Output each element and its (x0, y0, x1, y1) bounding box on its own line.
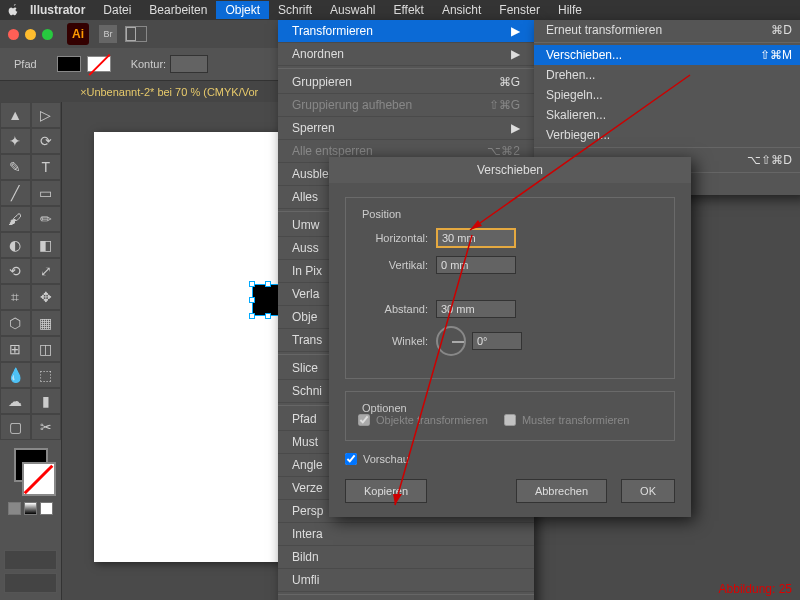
menu-fenster[interactable]: Fenster (490, 3, 549, 17)
rotate-tool[interactable]: ⟲ (0, 258, 31, 284)
graph-tool[interactable]: ▮ (31, 388, 62, 414)
eyedropper-tool[interactable]: 💧 (0, 362, 31, 388)
kontur-label: Kontur: (131, 58, 166, 70)
menu-effekt[interactable]: Effekt (384, 3, 432, 17)
menu-item[interactable]: Intera (278, 523, 534, 546)
handle-l[interactable] (249, 297, 255, 303)
pen-tool[interactable]: ✎ (0, 154, 31, 180)
mesh-tool[interactable]: ⊞ (0, 336, 31, 362)
submenu-item[interactable]: Erneut transformieren⌘D (534, 20, 800, 40)
handle-b[interactable] (265, 313, 271, 319)
mini-color[interactable] (8, 502, 21, 515)
abstand-input[interactable] (436, 300, 516, 318)
abstand-label: Abstand: (358, 303, 436, 315)
verschieben-dialog: Verschieben Position Horizontal: Vertika… (329, 157, 691, 517)
app-name: Illustrator (30, 3, 94, 17)
horizontal-label: Horizontal: (358, 232, 436, 244)
vertikal-label: Vertikal: (358, 259, 436, 271)
blend-tool[interactable]: ⬚ (31, 362, 62, 388)
submenu-item[interactable]: Spiegeln... (534, 85, 800, 105)
abbrechen-button[interactable]: Abbrechen (516, 479, 607, 503)
pencil-tool[interactable]: ✏ (31, 206, 62, 232)
brush-tool[interactable]: 🖌 (0, 206, 31, 232)
figure-caption: Abbildung: 25 (719, 582, 792, 596)
arrange-icon[interactable] (125, 26, 147, 42)
color-swatches (0, 444, 61, 519)
direct-select-tool[interactable]: ▷ (31, 102, 62, 128)
app-icon: Ai (67, 23, 89, 45)
menu-item[interactable]: Gruppierung aufheben⇧⌘G (278, 94, 534, 117)
menu-item[interactable]: Anordnen▶ (278, 43, 534, 66)
menu-bearbeiten[interactable]: Bearbeiten (140, 3, 216, 17)
menu-objekt[interactable]: Objekt (216, 1, 269, 19)
menu-schrift[interactable]: Schrift (269, 3, 321, 17)
draw-modes (0, 546, 61, 600)
blob-tool[interactable]: ◐ (0, 232, 31, 258)
menu-item[interactable]: Transformieren▶ (278, 20, 534, 43)
mustertrans-checkbox (504, 414, 516, 426)
menu-hilfe[interactable]: Hilfe (549, 3, 591, 17)
stroke-weight[interactable] (170, 55, 208, 73)
position-legend: Position (358, 208, 405, 220)
menu-item[interactable]: Bildn (278, 546, 534, 569)
artboard-tool[interactable]: ▢ (0, 414, 31, 440)
ok-button[interactable]: OK (621, 479, 675, 503)
eraser-tool[interactable]: ◧ (31, 232, 62, 258)
stroke-color[interactable] (22, 462, 56, 496)
line-tool[interactable]: ╱ (0, 180, 31, 206)
menu-item[interactable]: Gruppieren⌘G (278, 71, 534, 94)
menu-item[interactable]: Umfli (278, 569, 534, 592)
menu-item[interactable]: Sperren▶ (278, 117, 534, 140)
mustertrans-label: Muster transformieren (522, 414, 630, 426)
mini-gradient[interactable] (24, 502, 37, 515)
submenu-item[interactable]: Drehen... (534, 65, 800, 85)
winkel-input[interactable] (472, 332, 522, 350)
vorschau-label: Vorschau (363, 453, 409, 465)
mini-none[interactable] (40, 502, 53, 515)
handle-bl[interactable] (249, 313, 255, 319)
handle-tl[interactable] (249, 281, 255, 287)
symbol-tool[interactable]: ☁ (0, 388, 31, 414)
width-tool[interactable]: ⌗ (0, 284, 31, 310)
slice-tool[interactable]: ✂ (31, 414, 62, 440)
zoom-window[interactable] (42, 29, 53, 40)
submenu-item[interactable]: Verschieben...⇧⌘M (534, 45, 800, 65)
free-transform[interactable]: ✥ (31, 284, 62, 310)
minimize-window[interactable] (25, 29, 36, 40)
bridge-icon[interactable]: Br (99, 25, 117, 43)
kopieren-button[interactable]: Kopieren (345, 479, 427, 503)
optionen-legend: Optionen (358, 402, 411, 414)
shape-builder[interactable]: ⬡ (0, 310, 31, 336)
stroke-swatch[interactable] (87, 56, 111, 72)
magic-wand-tool[interactable]: ✦ (0, 128, 31, 154)
position-group: Position Horizontal: Vertikal: Abstand: … (345, 197, 675, 379)
submenu-item[interactable]: Skalieren... (534, 105, 800, 125)
draw-mode-1[interactable] (4, 550, 57, 570)
window-controls (8, 29, 53, 40)
winkel-label: Winkel: (358, 335, 436, 347)
submenu-item[interactable]: Verbiegen... (534, 125, 800, 145)
vertikal-input[interactable] (436, 256, 516, 274)
vorschau-checkbox[interactable] (345, 453, 357, 465)
rect-tool[interactable]: ▭ (31, 180, 62, 206)
close-window[interactable] (8, 29, 19, 40)
menu-datei[interactable]: Datei (94, 3, 140, 17)
angle-dial[interactable] (436, 326, 466, 356)
menu-auswahl[interactable]: Auswahl (321, 3, 384, 17)
lasso-tool[interactable]: ⟳ (31, 128, 62, 154)
fill-swatch[interactable] (57, 56, 81, 72)
objtrans-label: Objekte transformieren (376, 414, 488, 426)
horizontal-input[interactable] (436, 228, 516, 248)
perspective-tool[interactable]: ▦ (31, 310, 62, 336)
type-tool[interactable]: T (31, 154, 62, 180)
apple-icon (6, 3, 20, 17)
gradient-tool[interactable]: ◫ (31, 336, 62, 362)
menubar: Illustrator Datei Bearbeiten Objekt Schr… (0, 0, 800, 20)
scale-tool[interactable]: ⤢ (31, 258, 62, 284)
menu-ansicht[interactable]: Ansicht (433, 3, 490, 17)
draw-mode-2[interactable] (4, 573, 57, 593)
optionen-group: Optionen Objekte transformieren Muster t… (345, 391, 675, 441)
tab-title: Unbenannt-2* bei 70 % (CMYK/Vor (86, 86, 258, 98)
selection-tool[interactable]: ▲ (0, 102, 31, 128)
handle-t[interactable] (265, 281, 271, 287)
